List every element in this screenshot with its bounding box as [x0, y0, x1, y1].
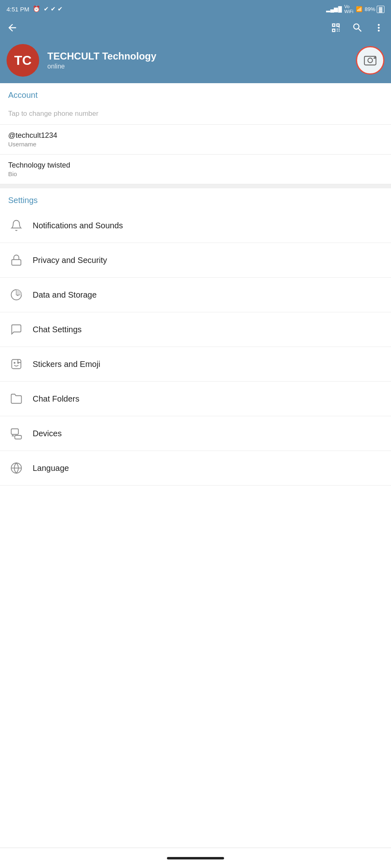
folder-icon — [8, 391, 24, 407]
privacy-item[interactable]: Privacy and Security — [0, 243, 391, 278]
devices-item[interactable]: Devices — [0, 416, 391, 451]
qr-code-button[interactable] — [331, 22, 342, 36]
header-top — [7, 22, 384, 36]
profile-info: TECHCULT Technology online — [47, 51, 156, 70]
profile-status: online — [47, 63, 156, 70]
wifi-icon: 📶 — [356, 6, 362, 12]
avatar: TC — [7, 44, 39, 77]
profile-name: TECHCULT Technology — [47, 51, 156, 62]
settings-section-label: Settings — [0, 188, 391, 208]
chart-icon — [8, 287, 24, 303]
svg-rect-7 — [12, 360, 21, 369]
header-icons — [331, 22, 384, 36]
svg-rect-11 — [15, 435, 21, 439]
svg-point-8 — [14, 362, 15, 364]
bottom-nav-bar — [0, 848, 391, 868]
language-item[interactable]: Language — [0, 451, 391, 486]
battery-display: 89% ▓ — [365, 6, 384, 12]
language-label: Language — [33, 464, 69, 473]
status-left: 4:51 PM ⏰ ✔ ✔ ✔ — [7, 5, 63, 13]
home-indicator — [167, 857, 224, 859]
sticker-icon — [8, 356, 24, 372]
data-storage-label: Data and Storage — [33, 290, 97, 300]
privacy-label: Privacy and Security — [33, 256, 107, 265]
stickers-item[interactable]: Stickers and Emoji — [0, 347, 391, 382]
bio-label: Bio — [8, 170, 383, 177]
svg-point-1 — [368, 58, 372, 62]
lock-icon — [8, 252, 24, 268]
globe-icon — [8, 460, 24, 476]
status-bar: 4:51 PM ⏰ ✔ ✔ ✔ ▂▄▆█ VoWiFi 📶 89% ▓ — [0, 0, 391, 18]
more-options-button[interactable] — [373, 22, 384, 36]
account-section: Account Tap to change phone number @tech… — [0, 83, 391, 184]
vo-wifi-label: VoWiFi — [344, 4, 353, 14]
chat-settings-label: Chat Settings — [33, 325, 82, 334]
devices-label: Devices — [33, 429, 62, 438]
bio-value: Technology twisted — [8, 161, 383, 170]
add-photo-button[interactable]: + — [356, 46, 384, 75]
phone-hint: Tap to change phone number — [8, 110, 383, 118]
section-divider — [0, 184, 391, 188]
username-value: @techcult1234 — [8, 131, 383, 140]
bell-icon — [8, 217, 24, 234]
profile-section: TC TECHCULT Technology online + — [7, 44, 384, 77]
data-storage-item[interactable]: Data and Storage — [0, 278, 391, 312]
account-section-label: Account — [0, 83, 391, 103]
bottom-spacing — [0, 486, 391, 518]
search-button[interactable] — [352, 22, 363, 36]
time-display: 4:51 PM — [7, 6, 29, 13]
username-label: Username — [8, 141, 383, 148]
header: TC TECHCULT Technology online + — [0, 18, 391, 83]
notifications-item[interactable]: Notifications and Sounds — [0, 208, 391, 243]
svg-rect-10 — [11, 429, 19, 435]
notifications-label: Notifications and Sounds — [33, 221, 123, 230]
chat-folders-item[interactable]: Chat Folders — [0, 382, 391, 416]
signal-icon: ▂▄▆█ — [326, 6, 342, 12]
svg-text:+: + — [374, 56, 376, 60]
status-right: ▂▄▆█ VoWiFi 📶 89% ▓ — [326, 4, 384, 14]
chat-folders-label: Chat Folders — [33, 394, 80, 404]
check-icons: ✔ ✔ ✔ — [44, 5, 63, 13]
back-button[interactable] — [7, 22, 18, 36]
bio-item[interactable]: Technology twisted Bio — [0, 155, 391, 184]
settings-section: Settings Notifications and Sounds Privac… — [0, 188, 391, 486]
alarm-icon: ⏰ — [33, 5, 40, 13]
stickers-label: Stickers and Emoji — [33, 360, 100, 369]
username-item[interactable]: @techcult1234 Username — [0, 125, 391, 155]
phone-number-item[interactable]: Tap to change phone number — [0, 103, 391, 125]
svg-rect-5 — [12, 260, 21, 265]
chat-settings-item[interactable]: Chat Settings — [0, 312, 391, 347]
chat-icon — [8, 321, 24, 338]
devices-icon — [8, 425, 24, 442]
